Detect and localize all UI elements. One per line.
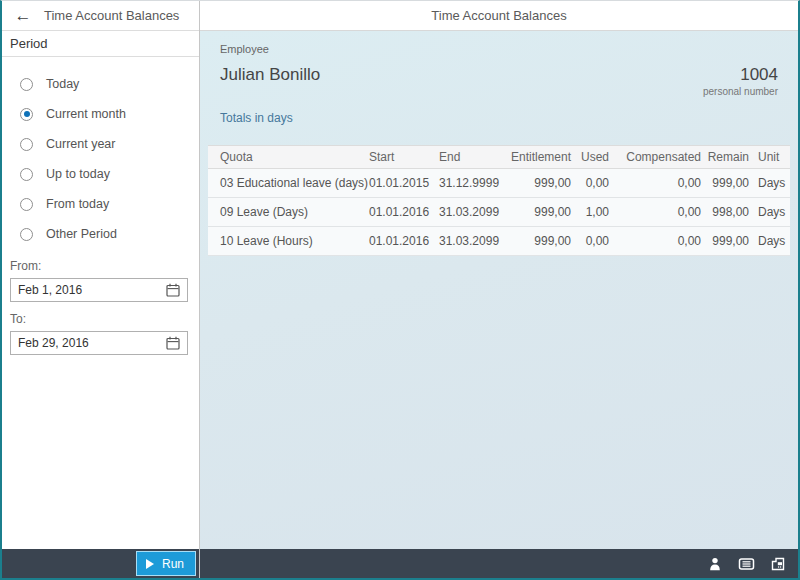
col-unit: Unit — [751, 146, 790, 169]
radio-option-from-today[interactable]: From today — [20, 189, 199, 219]
cell-used: 0,00 — [573, 227, 611, 256]
cell-used: 0,00 — [573, 169, 611, 198]
period-sidebar: ← Time Account Balances Period Today Cur… — [2, 1, 200, 578]
app-window: ← Time Account Balances Period Today Cur… — [0, 0, 800, 580]
main-footer — [200, 549, 798, 578]
calendar-icon[interactable] — [166, 283, 180, 297]
cell-compensated: 0,00 — [611, 227, 703, 256]
employee-label: Employee — [220, 43, 778, 55]
employee-name: Julian Bonillo — [220, 65, 320, 85]
period-section-title: Period — [2, 31, 199, 57]
cell-entitlement: 999,00 — [506, 227, 573, 256]
radio-icon[interactable] — [20, 198, 33, 211]
radio-icon[interactable] — [20, 138, 33, 151]
main-header: Time Account Balances — [200, 1, 798, 31]
col-end: End — [439, 146, 506, 169]
table-row[interactable]: 10 Leave (Hours) 01.01.2016 31.03.2099 9… — [208, 227, 790, 256]
cell-end: 31.03.2099 — [439, 198, 506, 227]
employee-block: Employee Julian Bonillo 1004 personal nu… — [200, 31, 798, 126]
cell-end: 31.03.2099 — [439, 227, 506, 256]
cell-remain: 999,00 — [703, 169, 751, 198]
report-icon[interactable] — [738, 556, 755, 572]
radio-label: From today — [46, 197, 109, 211]
col-used: Used — [573, 146, 611, 169]
sidebar-header: ← Time Account Balances — [2, 1, 199, 31]
radio-icon[interactable] — [20, 78, 33, 91]
from-date-value: Feb 1, 2016 — [18, 283, 82, 297]
play-icon — [146, 559, 154, 569]
cell-entitlement: 999,00 — [506, 198, 573, 227]
table-header-row: Quota Start End Entitlement Used Compens… — [208, 146, 790, 169]
main-content: Employee Julian Bonillo 1004 personal nu… — [200, 31, 798, 549]
cell-compensated: 0,00 — [611, 169, 703, 198]
cell-remain: 998,00 — [703, 198, 751, 227]
radio-option-other-period[interactable]: Other Period — [20, 219, 199, 249]
radio-label: Current month — [46, 107, 126, 121]
radio-label: Other Period — [46, 227, 117, 241]
cell-start: 01.01.2016 — [369, 198, 439, 227]
col-remain: Remain — [703, 146, 751, 169]
cell-quota: 03 Educational leave (days) — [208, 169, 369, 198]
radio-icon[interactable] — [20, 168, 33, 181]
cell-compensated: 0,00 — [611, 198, 703, 227]
radio-option-current-month[interactable]: Current month — [20, 99, 199, 129]
from-label: From: — [10, 259, 199, 273]
cell-start: 01.01.2016 — [369, 227, 439, 256]
cell-unit: Days — [751, 169, 790, 198]
cell-start: 01.01.2015 — [369, 169, 439, 198]
main-panel: Time Account Balances Employee Julian Bo… — [200, 1, 798, 578]
cell-unit: Days — [751, 198, 790, 227]
radio-option-today[interactable]: Today — [20, 69, 199, 99]
totals-in-days-link[interactable]: Totals in days — [220, 111, 293, 125]
calendar-icon[interactable] — [166, 336, 180, 350]
cell-remain: 999,00 — [703, 227, 751, 256]
radio-option-up-to-today[interactable]: Up to today — [20, 159, 199, 189]
to-label: To: — [10, 312, 199, 326]
table-row[interactable]: 09 Leave (Days) 01.01.2016 31.03.2099 99… — [208, 198, 790, 227]
from-date-input[interactable]: Feb 1, 2016 — [10, 278, 188, 302]
to-date-value: Feb 29, 2016 — [18, 336, 89, 350]
col-entitlement: Entitlement — [506, 146, 573, 169]
to-date-input[interactable]: Feb 29, 2016 — [10, 331, 188, 355]
cell-quota: 09 Leave (Days) — [208, 198, 369, 227]
period-options: Today Current month Current year Up to t… — [2, 57, 199, 249]
person-icon[interactable] — [707, 556, 723, 572]
sidebar-footer: Run — [2, 549, 199, 578]
briefcase-icon[interactable] — [770, 556, 786, 572]
table-row[interactable]: 03 Educational leave (days) 01.01.2015 3… — [208, 169, 790, 198]
radio-label: Today — [46, 77, 79, 91]
run-button[interactable]: Run — [136, 551, 196, 576]
back-arrow-icon[interactable]: ← — [2, 1, 44, 30]
cell-used: 1,00 — [573, 198, 611, 227]
col-compensated: Compensated — [611, 146, 703, 169]
cell-quota: 10 Leave (Hours) — [208, 227, 369, 256]
cell-unit: Days — [751, 227, 790, 256]
personal-number-caption: personal number — [703, 86, 778, 97]
cell-entitlement: 999,00 — [506, 169, 573, 198]
cell-end: 31.12.9999 — [439, 169, 506, 198]
radio-option-current-year[interactable]: Current year — [20, 129, 199, 159]
quota-table: Quota Start End Entitlement Used Compens… — [208, 145, 790, 256]
radio-icon[interactable] — [20, 228, 33, 241]
radio-icon-selected[interactable] — [20, 108, 33, 121]
personal-number: 1004 — [703, 65, 778, 85]
page-title: Time Account Balances — [431, 8, 566, 23]
radio-label: Current year — [46, 137, 115, 151]
col-quota: Quota — [208, 146, 369, 169]
run-button-label: Run — [162, 557, 184, 571]
sidebar-title: Time Account Balances — [44, 8, 179, 23]
col-start: Start — [369, 146, 439, 169]
radio-label: Up to today — [46, 167, 110, 181]
